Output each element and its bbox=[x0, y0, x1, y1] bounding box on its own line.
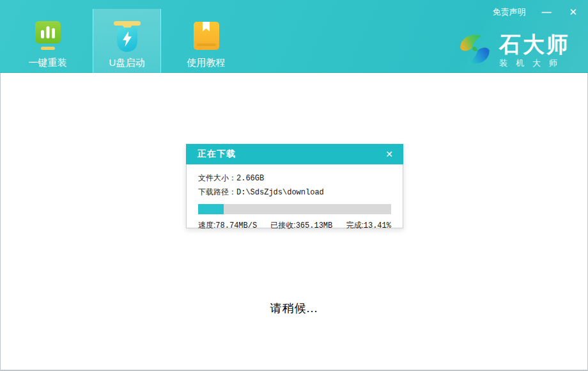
usb-boot-icon bbox=[112, 19, 143, 54]
tab-usb-boot[interactable]: U盘启动 bbox=[93, 9, 161, 73]
download-path-value: D:\SdsZjds\download bbox=[236, 188, 324, 197]
brand-title: 石大师 bbox=[499, 33, 570, 56]
main-content: 正在下载 ✕ 文件大小：2.66GB 下载路径：D:\SdsZjds\downl… bbox=[0, 73, 588, 371]
tutorial-icon bbox=[191, 19, 222, 54]
file-size-value: 2.66GB bbox=[236, 174, 264, 183]
file-size-label: 文件大小： bbox=[198, 173, 236, 182]
dialog-close-icon[interactable]: ✕ bbox=[383, 148, 396, 161]
done-stat: 完成:13.41% bbox=[346, 220, 391, 231]
one-click-reinstall-icon bbox=[33, 19, 63, 54]
brand-logo-icon bbox=[457, 31, 493, 70]
status-text: 请稍候... bbox=[1, 301, 587, 316]
brand-logo: 石大师 装机大师 bbox=[457, 31, 570, 70]
close-icon[interactable]: ✕ bbox=[567, 6, 579, 18]
app-window: 免责声明 — ✕ 一键重装 bbox=[0, 0, 588, 371]
tab-tutorial[interactable]: 使用教程 bbox=[172, 9, 240, 73]
speed-stat: 速度:78.74MB/S bbox=[198, 220, 257, 231]
main-tabs: 一键重装 U盘启动 bbox=[13, 9, 240, 73]
download-dialog: 正在下载 ✕ 文件大小：2.66GB 下载路径：D:\SdsZjds\downl… bbox=[186, 144, 403, 228]
tab-label: 一键重装 bbox=[29, 57, 67, 69]
tab-label: 使用教程 bbox=[187, 57, 226, 69]
received-stat: 已接收:365.13MB bbox=[270, 220, 332, 231]
minimize-icon[interactable]: — bbox=[539, 6, 553, 18]
tab-label: U盘启动 bbox=[109, 57, 145, 69]
tab-one-click-reinstall[interactable]: 一键重装 bbox=[13, 9, 82, 73]
titlebar-controls: 免责声明 — ✕ bbox=[492, 6, 579, 18]
dialog-title: 正在下载 bbox=[197, 148, 236, 160]
app-header: 免责声明 — ✕ 一键重装 bbox=[0, 0, 588, 73]
download-path-label: 下载路径： bbox=[198, 187, 236, 196]
brand-subtitle: 装机大师 bbox=[499, 58, 570, 69]
file-size-row: 文件大小：2.66GB bbox=[198, 171, 391, 186]
download-stats: 速度:78.74MB/S 已接收:365.13MB 完成:13.41% bbox=[198, 220, 391, 231]
progress-bar bbox=[198, 204, 391, 214]
dialog-titlebar: 正在下载 ✕ bbox=[186, 144, 403, 164]
dialog-body: 文件大小：2.66GB 下载路径：D:\SdsZjds\download 速度:… bbox=[186, 164, 403, 228]
disclaimer-link[interactable]: 免责声明 bbox=[492, 6, 525, 18]
progress-fill bbox=[198, 204, 224, 214]
download-path-row: 下载路径：D:\SdsZjds\download bbox=[198, 186, 391, 200]
